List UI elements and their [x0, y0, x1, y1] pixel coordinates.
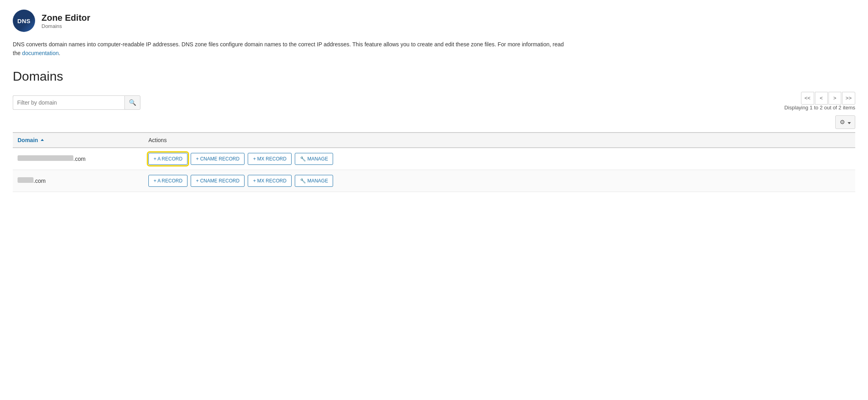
domain-cell-2: .com [13, 177, 148, 184]
cname-record-button-1[interactable]: + CNAME RECORD [191, 153, 245, 165]
pagination: << < > >> [801, 92, 855, 105]
gear-icon: ⚙ [840, 119, 845, 126]
description-text1: DNS converts domain names into computer-… [13, 41, 564, 56]
dns-logo-text: DNS [17, 18, 30, 24]
description-text2: . [59, 50, 60, 56]
domain-cell-1: .com [13, 155, 148, 162]
sort-asc-icon [41, 139, 44, 141]
documentation-link[interactable]: documentation [22, 50, 59, 56]
pagination-info: Displaying 1 to 2 out of 2 items [784, 105, 855, 111]
pagination-first[interactable]: << [801, 92, 814, 105]
page-header: DNS Zone Editor Domains [13, 10, 855, 32]
manage-button-2[interactable]: 🔧 MANAGE [295, 175, 333, 187]
domain-sort-button[interactable]: Domain [18, 137, 148, 143]
dns-logo: DNS [13, 10, 35, 32]
mx-record-button-2[interactable]: + MX RECORD [248, 175, 292, 187]
domain-blur-1 [18, 155, 73, 161]
description-text: DNS converts domain names into computer-… [13, 40, 571, 58]
pagination-next[interactable]: > [829, 92, 841, 105]
actions-cell-2: + A RECORD + CNAME RECORD + MX RECORD 🔧 … [148, 175, 855, 187]
gear-chevron-icon [846, 119, 851, 125]
table-row: .com + A RECORD + CNAME RECORD + MX RECO… [13, 170, 855, 192]
app-title: Zone Editor [41, 13, 90, 23]
a-record-button-2[interactable]: + A RECORD [148, 175, 187, 187]
domain-suffix-2: .com [34, 178, 45, 184]
col-actions-header: Actions [148, 137, 855, 143]
section-title: Domains [13, 69, 855, 84]
actions-col-label: Actions [148, 137, 167, 143]
search-button[interactable]: 🔍 [124, 95, 140, 110]
col-domain-header: Domain [13, 137, 148, 143]
domain-blur-2 [18, 177, 34, 183]
gear-area: ⚙ [13, 115, 855, 129]
a-record-button-1[interactable]: + A RECORD [148, 153, 187, 165]
gear-button[interactable]: ⚙ [835, 115, 855, 129]
actions-cell-1: + A RECORD + CNAME RECORD + MX RECORD 🔧 … [148, 153, 855, 165]
page-wrapper: DNS Zone Editor Domains DNS converts dom… [0, 0, 868, 400]
search-area: 🔍 [13, 95, 140, 110]
pagination-last[interactable]: >> [842, 92, 855, 105]
domain-suffix-1: .com [73, 156, 85, 162]
table-container: Domain Actions .com + A RECORD + CNAME R… [13, 132, 855, 192]
mx-record-button-1[interactable]: + MX RECORD [248, 153, 292, 165]
toolbar: 🔍 << < > >> Displaying 1 to 2 out of 2 i… [13, 92, 855, 114]
header-text: Zone Editor Domains [41, 13, 90, 29]
manage-button-1[interactable]: 🔧 MANAGE [295, 153, 333, 165]
right-section: << < > >> Displaying 1 to 2 out of 2 ite… [784, 92, 855, 114]
domain-col-label: Domain [18, 137, 38, 143]
pagination-prev[interactable]: < [815, 92, 828, 105]
filter-input[interactable] [13, 95, 124, 110]
app-subtitle: Domains [41, 23, 90, 29]
search-icon: 🔍 [129, 99, 136, 106]
cname-record-button-2[interactable]: + CNAME RECORD [191, 175, 245, 187]
table-header: Domain Actions [13, 132, 855, 148]
table-row: .com + A RECORD + CNAME RECORD + MX RECO… [13, 148, 855, 170]
